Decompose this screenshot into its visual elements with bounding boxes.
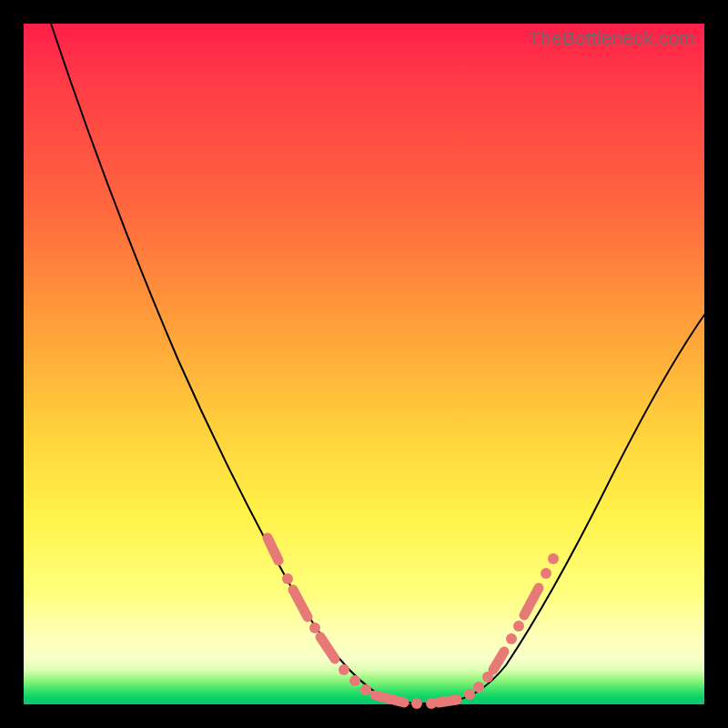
- highlight-dots: [268, 538, 559, 709]
- bottleneck-curve: [51, 24, 704, 703]
- svg-line-2: [293, 590, 308, 617]
- svg-point-12: [464, 689, 475, 700]
- svg-line-0: [268, 538, 278, 561]
- chart-stage: TheBottleneck.com: [0, 0, 728, 728]
- svg-point-1: [282, 573, 293, 584]
- svg-point-3: [309, 622, 320, 633]
- svg-point-13: [473, 682, 484, 693]
- svg-line-8: [375, 695, 404, 703]
- svg-line-11: [439, 700, 457, 703]
- svg-line-4: [320, 637, 335, 659]
- svg-point-16: [506, 633, 517, 644]
- svg-line-18: [524, 588, 539, 615]
- svg-point-20: [548, 553, 559, 564]
- svg-point-6: [349, 675, 360, 686]
- svg-point-19: [541, 568, 551, 579]
- svg-point-9: [411, 698, 422, 709]
- svg-line-15: [493, 652, 504, 670]
- svg-point-5: [339, 664, 349, 675]
- plot-area: TheBottleneck.com: [24, 24, 704, 704]
- bottleneck-curve-svg: [24, 24, 704, 704]
- svg-point-17: [513, 621, 524, 632]
- svg-point-7: [360, 684, 371, 695]
